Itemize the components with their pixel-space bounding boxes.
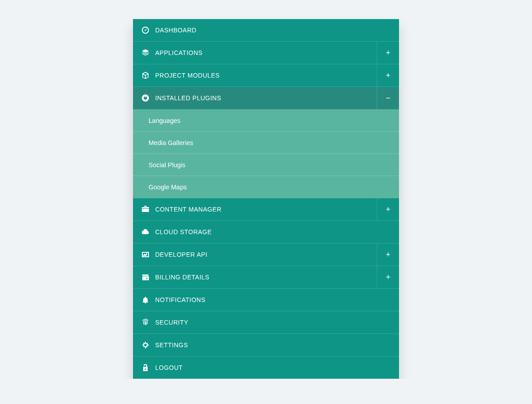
menu-item-label: DEVELOPER API [155,251,207,258]
chart-icon [142,251,155,258]
menu-item-label: INSTALLED PLUGINS [155,94,221,102]
menu-item-main[interactable]: DEVELOPER API [133,243,377,266]
cube-icon [142,72,155,79]
menu-item-main[interactable]: NOTIFICATIONS [133,289,399,311]
submenu-item-google-maps[interactable]: Google Maps [133,176,399,198]
collapse-icon[interactable]: − [377,87,399,109]
menu-item-project-modules[interactable]: PROJECT MODULES+ [133,64,399,87]
submenu-item-social-plugis[interactable]: Social Plugis [133,154,399,176]
plug-icon [142,94,155,102]
menu-item-main[interactable]: SECURITY [133,311,399,333]
menu-item-applications[interactable]: APPLICATIONS+ [133,42,399,64]
menu-item-main[interactable]: INSTALLED PLUGINS [133,87,377,109]
menu-item-notifications[interactable]: NOTIFICATIONS [133,289,399,311]
menu-item-label: PROJECT MODULES [155,72,220,79]
wallet-icon [142,274,155,281]
menu-item-main[interactable]: LOGOUT [133,357,399,379]
fingerprint-icon [142,319,155,326]
cloud-icon [142,228,155,235]
menu-item-label: LOGOUT [155,364,183,371]
menu-item-security[interactable]: SECURITY [133,311,399,334]
menu-item-label: CONTENT MANAGER [155,206,222,213]
expand-icon[interactable]: + [377,266,399,288]
menu-item-main[interactable]: PROJECT MODULES [133,64,377,86]
expand-icon[interactable]: + [377,243,399,266]
menu-item-content-manager[interactable]: CONTENT MANAGER+ [133,198,399,221]
menu-item-main[interactable]: APPLICATIONS [133,42,377,64]
menu-item-installed-plugins[interactable]: INSTALLED PLUGINS− [133,87,399,110]
menu-item-label: BILLING DETAILS [155,274,209,281]
menu-item-cloud-storage[interactable]: CLOUD STORAGE [133,221,399,243]
menu-item-main[interactable]: CLOUD STORAGE [133,221,399,243]
menu-item-label: NOTIFICATIONS [155,296,206,303]
menu-item-main[interactable]: BILLING DETAILS [133,266,377,288]
menu-item-developer-api[interactable]: DEVELOPER API+ [133,243,399,266]
menu-item-label: DASHBOARD [155,27,196,34]
menu-item-label: APPLICATIONS [155,49,203,56]
submenu-item-languages[interactable]: Languages [133,110,399,132]
menu-item-main[interactable]: SETTINGS [133,334,399,356]
menu-item-settings[interactable]: SETTINGS [133,334,399,357]
menu-item-label: SECURITY [155,319,188,326]
expand-icon[interactable]: + [377,64,399,86]
submenu-item-media-galleries[interactable]: Media Galleries [133,132,399,154]
menu-item-logout[interactable]: LOGOUT [133,357,399,379]
menu-item-label: SETTINGS [155,341,188,349]
menu-item-dashboard[interactable]: DASHBOARD [133,19,399,42]
main-menu: DASHBOARDAPPLICATIONS+PROJECT MODULES+IN… [133,19,399,379]
briefcase-icon [142,206,155,213]
expand-icon[interactable]: + [377,198,399,220]
cog-icon [142,341,155,349]
menu-item-main[interactable]: DASHBOARD [133,19,399,41]
bell-icon [142,296,155,303]
unlock-icon [142,364,155,371]
dashboard-icon [142,27,155,34]
layers-icon [142,49,155,56]
menu-item-billing-details[interactable]: BILLING DETAILS+ [133,266,399,289]
menu-item-label: CLOUD STORAGE [155,228,212,235]
submenu-installed-plugins: LanguagesMedia GalleriesSocial PlugisGoo… [133,110,399,198]
menu-item-main[interactable]: CONTENT MANAGER [133,198,377,220]
expand-icon[interactable]: + [377,42,399,64]
